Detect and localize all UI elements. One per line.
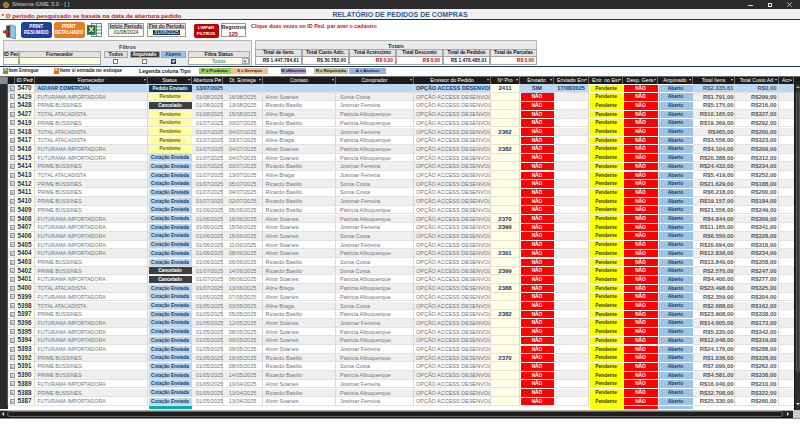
svg-text:X: X [88, 25, 93, 34]
